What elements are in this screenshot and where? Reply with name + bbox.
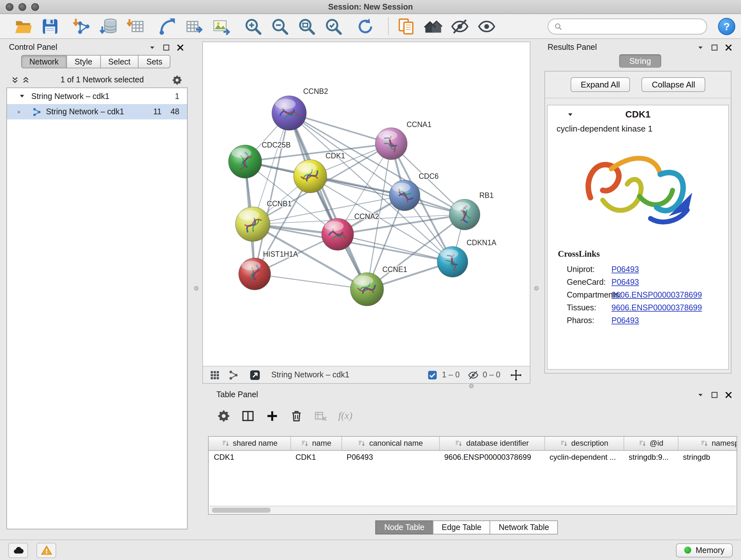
- show-columns-icon[interactable]: [241, 409, 255, 422]
- column-header-description[interactable]: description: [544, 437, 623, 450]
- tab-sets[interactable]: Sets: [138, 55, 171, 68]
- table-cell: 9606.ENSP00000378699: [439, 450, 544, 464]
- cloud-status-button[interactable]: [8, 543, 28, 558]
- column-header-shared-name[interactable]: shared name: [209, 437, 290, 450]
- column-header--id[interactable]: @id: [623, 437, 678, 450]
- show-details-icon[interactable]: [477, 17, 496, 36]
- crosslink-value-link[interactable]: 9606.ENSP00000378699: [611, 291, 702, 300]
- search-box[interactable]: [548, 18, 707, 35]
- detach-view-icon[interactable]: [249, 369, 261, 381]
- network-overview-icon[interactable]: [228, 369, 239, 380]
- birds-eye-view-icon[interactable]: [209, 369, 220, 380]
- splitter-handle[interactable]: [194, 286, 199, 291]
- collapse-gene-icon[interactable]: [567, 111, 574, 118]
- network-node-CCNB2[interactable]: CCNB2: [272, 87, 328, 130]
- hide-details-icon[interactable]: [451, 17, 469, 36]
- close-panel-icon[interactable]: [176, 43, 185, 51]
- import-table-icon[interactable]: [126, 17, 145, 36]
- results-panel-title: Results Panel: [548, 43, 597, 52]
- zoom-in-icon[interactable]: [244, 17, 262, 36]
- delete-column-icon[interactable]: [290, 409, 303, 422]
- expand-all-icon[interactable]: [22, 76, 30, 84]
- zoom-selected-icon[interactable]: [324, 17, 343, 36]
- copy-style-icon[interactable]: [397, 17, 415, 36]
- refresh-layout-icon[interactable]: [356, 17, 375, 36]
- expand-all-button[interactable]: Expand All: [570, 77, 630, 92]
- home-icon[interactable]: [424, 17, 442, 36]
- tab-node-table[interactable]: Node Table: [375, 520, 433, 535]
- network-node-RB1[interactable]: RB1: [449, 191, 494, 230]
- close-window-button[interactable]: [6, 3, 13, 11]
- network-view[interactable]: CCNB2CCNA1CDC25BCDK1CDC6RB1CCNB1CCNA2CDK…: [202, 42, 530, 384]
- float-panel-icon[interactable]: [162, 43, 171, 51]
- network-from-selection-icon[interactable]: [158, 17, 177, 36]
- table-row[interactable]: CDK1CDK1P064939606.ENSP00000378699cyclin…: [209, 450, 737, 464]
- warnings-button[interactable]: [37, 543, 56, 558]
- column-header-name[interactable]: name: [290, 437, 341, 450]
- network-options-gear-icon[interactable]: [172, 74, 183, 85]
- table-options-gear-icon[interactable]: [217, 409, 230, 422]
- hidden-count-icon[interactable]: [468, 369, 479, 380]
- import-network-icon[interactable]: [73, 17, 91, 36]
- scrollbar-thumb[interactable]: [212, 508, 271, 513]
- network-row[interactable]: String Network – cdk1 11 48: [7, 104, 187, 119]
- search-input[interactable]: [567, 22, 701, 31]
- tab-network[interactable]: Network: [21, 55, 67, 68]
- network-canvas[interactable]: CCNB2CCNA1CDC25BCDK1CDC6RB1CCNB1CCNA2CDK…: [203, 42, 530, 366]
- panel-menu-icon[interactable]: [696, 43, 704, 51]
- collapse-triangle-icon[interactable]: [18, 92, 25, 100]
- column-header-database-identifier[interactable]: database identifier: [439, 437, 544, 450]
- current-network-dot-icon: [15, 108, 22, 115]
- minimize-window-button[interactable]: [18, 3, 26, 11]
- memory-label: Memory: [696, 546, 724, 555]
- network-collection-row[interactable]: String Network – cdk1 1: [7, 88, 187, 104]
- save-session-icon[interactable]: [41, 17, 59, 36]
- window-title: Session: New Session: [328, 2, 413, 11]
- table-cell: stringdb:9...: [623, 450, 678, 464]
- splitter-handle[interactable]: [469, 384, 474, 388]
- collapse-all-button[interactable]: Collapse All: [642, 77, 705, 92]
- zoom-out-icon[interactable]: [271, 17, 289, 36]
- network-node-CDC6[interactable]: CDC6: [389, 172, 439, 211]
- zoom-fit-icon[interactable]: [297, 17, 316, 36]
- export-network-icon[interactable]: [185, 17, 204, 36]
- network-node-CDK1[interactable]: CDK1: [293, 152, 345, 193]
- float-panel-icon[interactable]: [711, 43, 719, 51]
- selected-count-icon[interactable]: [427, 369, 438, 380]
- crosslink-value-link[interactable]: P06493: [611, 278, 639, 287]
- crosslink-value-link[interactable]: P06493: [611, 316, 639, 325]
- tab-network-table[interactable]: Network Table: [490, 520, 558, 535]
- crosslink-value-link[interactable]: 9606.ENSP00000378699: [611, 303, 702, 312]
- network-node-CDKN1A[interactable]: CDKN1A: [437, 239, 496, 277]
- help-button[interactable]: ?: [718, 18, 735, 35]
- tab-edge-table[interactable]: Edge Table: [433, 520, 490, 535]
- network-node-HIST1H1A[interactable]: HIST1H1A: [239, 250, 298, 290]
- float-panel-icon[interactable]: [711, 390, 719, 399]
- crosslink-value-link[interactable]: P06493: [611, 265, 639, 274]
- open-file-icon[interactable]: [14, 17, 32, 36]
- import-network-from-database-icon[interactable]: [99, 17, 118, 36]
- export-image-icon[interactable]: [212, 17, 230, 36]
- close-panel-icon[interactable]: [724, 390, 733, 399]
- tab-style[interactable]: Style: [66, 55, 101, 68]
- panel-menu-icon[interactable]: [148, 43, 156, 51]
- maximize-window-button[interactable]: [31, 3, 39, 11]
- panel-menu-icon[interactable]: [696, 390, 704, 399]
- add-column-icon[interactable]: [266, 409, 279, 422]
- horizontal-scrollbar[interactable]: [209, 506, 736, 513]
- tab-string[interactable]: String: [619, 54, 661, 68]
- tab-select[interactable]: Select: [100, 55, 139, 68]
- gene-description: cyclin-dependent kinase 1: [548, 123, 728, 133]
- memory-button[interactable]: Memory: [676, 543, 733, 557]
- close-panel-icon[interactable]: [724, 43, 733, 51]
- fit-content-icon[interactable]: [510, 369, 522, 381]
- column-header-namespace[interactable]: namespace: [678, 437, 737, 450]
- splitter-handle[interactable]: [534, 286, 539, 291]
- gene-section-header[interactable]: CDK1: [548, 105, 728, 123]
- cytoscape-window: Session: New Session ? Control Panel Net…: [0, 0, 741, 560]
- network-node-CCNA1[interactable]: CCNA1: [375, 120, 431, 160]
- network-node-CCNB1[interactable]: CCNB1: [235, 199, 292, 241]
- collapse-all-icon[interactable]: [11, 76, 19, 84]
- collection-count: 1: [175, 91, 187, 101]
- column-header-canonical-name[interactable]: canonical name: [341, 437, 439, 450]
